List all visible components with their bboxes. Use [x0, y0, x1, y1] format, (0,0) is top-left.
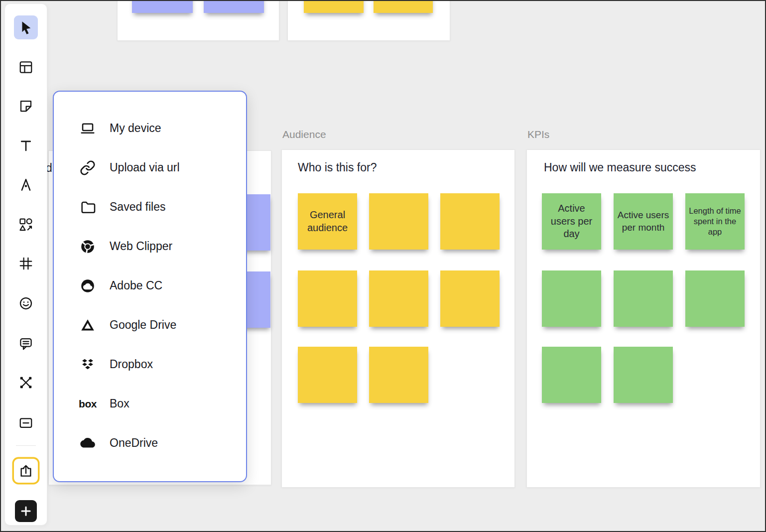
select-tool[interactable]: [14, 15, 38, 39]
card-icon: [18, 415, 33, 430]
templates-tool[interactable]: [14, 55, 38, 79]
sticky-note[interactable]: [132, 0, 193, 13]
pen-tool[interactable]: [14, 173, 38, 197]
laptop-icon: [79, 120, 97, 137]
pen-icon: [18, 177, 33, 192]
menu-item-web-clipper[interactable]: Web Clipper: [79, 227, 246, 266]
whiteboard-app: d Audience Who is this for? General audi…: [0, 0, 766, 532]
sticky-note[interactable]: [440, 270, 500, 327]
sticky-note[interactable]: [298, 270, 357, 327]
menu-item-dropbox[interactable]: Dropbox: [79, 345, 246, 384]
plus-icon: [18, 504, 33, 519]
templates-icon: [18, 60, 33, 75]
adobe-cc-icon: [79, 277, 97, 295]
menu-item-label: Dropbox: [110, 358, 153, 371]
menu-item-label: Box: [110, 397, 129, 410]
frame-icon: [18, 256, 33, 271]
menu-item-label: OneDrive: [110, 436, 158, 450]
menu-item-label: Upload via url: [110, 161, 180, 174]
sticky-note[interactable]: [614, 270, 673, 327]
connector-icon: [18, 375, 33, 390]
menu-item-saved-files[interactable]: Saved files: [79, 187, 246, 227]
text-tool[interactable]: [14, 133, 38, 157]
shapes-tool[interactable]: [14, 213, 38, 237]
frame-audience[interactable]: Who is this for? General audience: [281, 149, 515, 488]
sticky-note[interactable]: Active users per month: [614, 193, 673, 250]
frame-top-left-partial[interactable]: [117, 0, 279, 41]
connector-tool[interactable]: [14, 371, 38, 395]
sticky-note[interactable]: [304, 0, 364, 13]
sticky-note[interactable]: General audience: [298, 193, 357, 250]
dropbox-icon: [79, 356, 97, 374]
chrome-icon: [79, 238, 97, 256]
card-tool[interactable]: [14, 411, 38, 435]
upload-tool[interactable]: [14, 459, 38, 483]
shapes-icon: [18, 217, 33, 232]
sticky-note[interactable]: [374, 0, 433, 13]
cursor-icon: [18, 20, 33, 35]
sticky-note[interactable]: [542, 270, 601, 327]
frame-title-kpis[interactable]: KPIs: [527, 129, 549, 140]
sticky-note[interactable]: [542, 347, 601, 403]
sticky-note[interactable]: [369, 270, 428, 327]
menu-item-label: Saved files: [110, 200, 166, 214]
text-icon: [18, 138, 33, 153]
frame-heading-audience[interactable]: Who is this for?: [298, 161, 377, 174]
sticky-note-icon: [18, 99, 33, 114]
toolbar: [5, 4, 47, 525]
upload-icon: [18, 463, 33, 478]
add-tool-button[interactable]: [15, 500, 37, 522]
toolbar-divider: [16, 445, 36, 446]
comment-tool[interactable]: [14, 332, 38, 356]
frame-title-audience[interactable]: Audience: [282, 129, 326, 140]
menu-item-label: Web Clipper: [110, 240, 172, 253]
menu-item-label: Google Drive: [110, 318, 176, 332]
frame-top-right-partial[interactable]: [287, 0, 450, 41]
menu-item-google-drive[interactable]: Google Drive: [79, 305, 246, 345]
menu-item-onedrive[interactable]: OneDrive: [79, 423, 246, 463]
menu-item-upload-via-url[interactable]: Upload via url: [79, 148, 246, 187]
upload-menu-popup: My device Upload via url Saved files Web…: [53, 91, 247, 482]
menu-item-adobe-cc[interactable]: Adobe CC: [79, 266, 246, 305]
sticky-note[interactable]: [298, 347, 357, 403]
menu-item-my-device[interactable]: My device: [79, 109, 246, 148]
box-logo-icon: box: [79, 395, 97, 413]
folder-icon: [79, 198, 97, 216]
smiley-icon: [18, 296, 33, 311]
sticky-note[interactable]: [440, 193, 500, 250]
menu-item-box[interactable]: box Box: [79, 384, 246, 423]
sticky-note[interactable]: Active users per day: [542, 193, 601, 250]
sticky-note[interactable]: [204, 0, 264, 13]
menu-item-label: My device: [110, 122, 161, 135]
sticky-note[interactable]: [685, 270, 745, 327]
frame-kpis[interactable]: How will we measure success Active users…: [526, 149, 761, 488]
sticky-note[interactable]: [614, 347, 673, 403]
link-icon: [79, 159, 97, 177]
onedrive-cloud-icon: [79, 434, 97, 452]
frame-heading-kpis[interactable]: How will we measure success: [544, 161, 696, 174]
menu-item-label: Adobe CC: [110, 279, 162, 292]
frame-tool[interactable]: [14, 252, 38, 275]
sticky-note-tool[interactable]: [14, 94, 38, 118]
comment-icon: [18, 336, 33, 351]
sticky-note[interactable]: Length of time spent in the app: [685, 193, 745, 250]
google-drive-icon: [79, 316, 97, 334]
sticky-note[interactable]: [369, 193, 428, 250]
stickers-tool[interactable]: [14, 291, 38, 315]
sticky-note[interactable]: [369, 347, 428, 403]
